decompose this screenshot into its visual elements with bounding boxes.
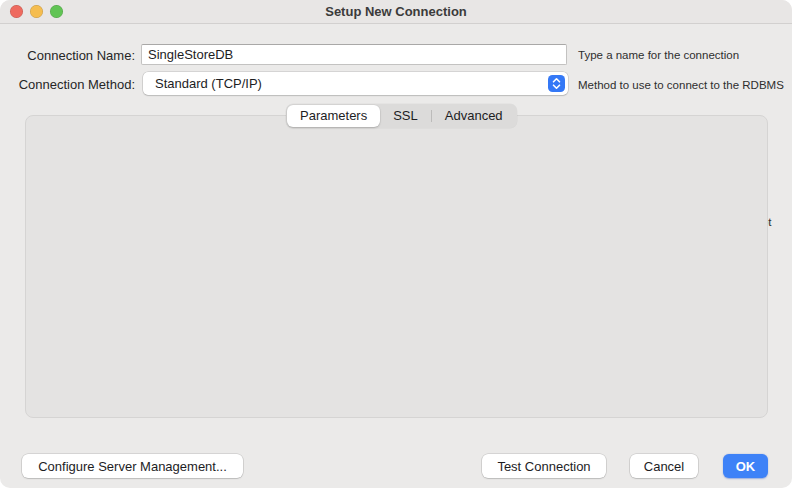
connection-name-input[interactable]	[141, 44, 567, 65]
popup-stepper-icon	[548, 75, 565, 92]
connection-method-select[interactable]: Standard (TCP/IP)	[143, 72, 568, 95]
connection-method-label: Connection Method:	[0, 77, 135, 92]
tab-advanced[interactable]: Advanced	[432, 105, 516, 127]
tab-ssl[interactable]: SSL	[380, 105, 431, 127]
test-connection-button[interactable]: Test Connection	[482, 454, 606, 478]
cancel-button[interactable]: Cancel	[630, 454, 698, 478]
parameters-panel	[25, 115, 768, 418]
window-title: Setup New Connection	[0, 4, 792, 19]
setup-new-connection-dialog: Setup New Connection Connection Name: Ty…	[0, 0, 792, 488]
tab-bar: Parameters SSL Advanced	[286, 104, 517, 128]
connection-name-help: Type a name for the connection	[578, 47, 739, 63]
configure-server-management-button[interactable]: Configure Server Management...	[22, 454, 243, 478]
ok-button[interactable]: OK	[723, 454, 768, 478]
titlebar: Setup New Connection	[0, 0, 792, 24]
connection-method-help: Method to use to connect to the RDBMS	[578, 77, 784, 93]
chevron-up-down-icon	[551, 77, 562, 90]
connection-method-value: Standard (TCP/IP)	[143, 76, 262, 91]
connection-name-label: Connection Name:	[0, 48, 135, 63]
tab-parameters[interactable]: Parameters	[287, 105, 380, 127]
